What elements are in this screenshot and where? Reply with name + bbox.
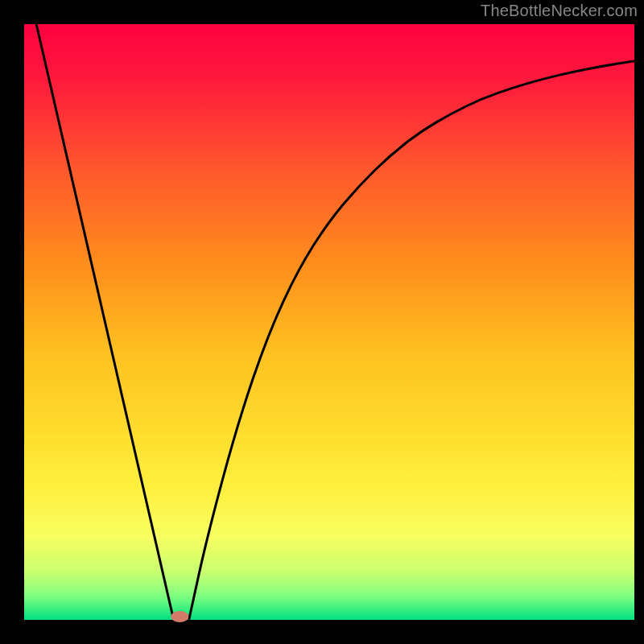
plot-background bbox=[24, 24, 634, 620]
bottleneck-chart bbox=[0, 0, 644, 644]
chart-frame: TheBottleNecker.com bbox=[0, 0, 644, 644]
min-marker bbox=[171, 611, 188, 622]
